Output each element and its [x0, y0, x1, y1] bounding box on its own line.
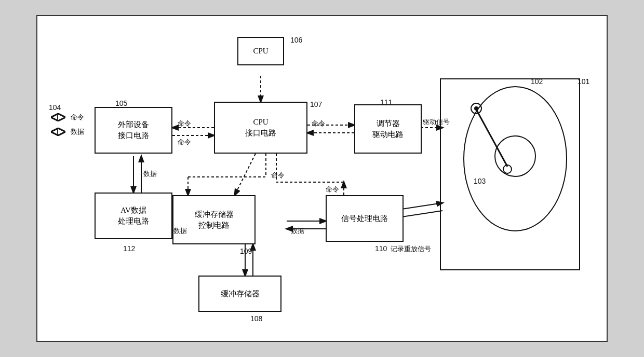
label-111: 111 [380, 98, 392, 106]
ext-cmd-text: 命令 [71, 113, 84, 122]
label-110: 110 [375, 244, 387, 253]
external-cmd-arrow: 命令 数据 [48, 112, 84, 137]
cpu-small-block: CPU [237, 37, 284, 65]
svg-line-7 [235, 154, 256, 195]
label-108: 108 [250, 314, 262, 323]
buf-mem-label: 缓冲存储器 [221, 289, 260, 299]
buf-ctrl-line1: 缓冲存储器 [195, 209, 234, 220]
ext-data-text: 数据 [71, 127, 84, 136]
label-104: 104 [49, 103, 61, 112]
label-103: 103 [474, 177, 486, 185]
act-drv-line1: 调节器 [377, 118, 400, 129]
label-106: 106 [290, 36, 302, 44]
cpu-small-label: CPU [253, 46, 268, 57]
cmd-label-ext-cpu2: 命令 [178, 138, 191, 147]
actuator-driver-block: 调节器 驱动电路 [354, 104, 422, 154]
act-drv-line2: 驱动电路 [372, 129, 404, 140]
label-112: 112 [123, 244, 135, 253]
av-line1: AV数据 [120, 205, 146, 216]
hdd-arm-svg [440, 78, 580, 270]
buffer-memory-block: 缓冲存储器 [198, 276, 281, 312]
av-processing-block: AV数据 处理电路 [95, 193, 172, 239]
data-label-buf-av: 数据 [173, 226, 187, 236]
svg-line-23 [476, 109, 507, 167]
label-102: 102 [531, 77, 543, 86]
label-107: 107 [310, 100, 322, 108]
cmd-label-cpu-sig: 命令 [326, 185, 339, 194]
external-interface-block: 外部设备 接口电路 [95, 107, 172, 154]
record-signal-label: 记录重放信号 [391, 244, 431, 254]
cpu-interface-block: CPU 接口电路 [214, 102, 307, 154]
drive-signal-label: 驱动信号 [423, 117, 450, 127]
label-109: 109 [240, 247, 252, 255]
diagram-container: CPU 106 CPU 接口电路 107 外部设备 接口电路 105 AV数据 … [36, 15, 608, 342]
signal-processing-block: 信号处理电路 [326, 195, 404, 242]
cpu-interface-line2: 接口电路 [245, 128, 276, 139]
cmd-label-cpu-buf: 命令 [271, 171, 285, 180]
av-line2: 处理电路 [118, 216, 149, 227]
cmd-label-cpu-act: 命令 [312, 119, 325, 128]
label-105: 105 [115, 99, 127, 107]
buf-ctrl-line2: 控制电路 [198, 220, 230, 231]
cmd-arrow-icon [48, 112, 69, 122]
cmd-label-ext-cpu: 命令 [178, 119, 191, 128]
ext-iface-line1: 外部设备 [118, 119, 149, 130]
ext-iface-line2: 接口电路 [118, 130, 149, 141]
label-101: 101 [578, 77, 589, 86]
data-label-buf-sig: 数据 [291, 226, 304, 236]
data-arrow-icon [48, 127, 69, 137]
svg-point-26 [474, 106, 478, 111]
cpu-interface-line1: CPU [253, 117, 268, 128]
data-label-ext-av: 数据 [143, 169, 157, 178]
buffer-control-block: 缓冲存储器 控制电路 [172, 195, 256, 244]
sig-proc-label: 信号处理电路 [341, 213, 388, 224]
